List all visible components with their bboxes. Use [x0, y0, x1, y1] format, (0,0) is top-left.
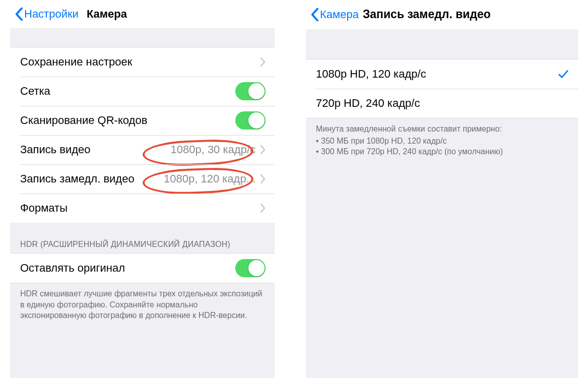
row-label: Запись видео [20, 143, 91, 156]
page-title: Камера [87, 8, 127, 21]
camera-settings-panel: Настройки Камера Сохранение настроек Сет… [10, 0, 275, 378]
row-label: Форматы [20, 202, 68, 215]
back-label: Камера [320, 8, 359, 21]
section-gap [10, 28, 275, 47]
row-label: Сканирование QR-кодов [20, 114, 147, 127]
toggle-qr[interactable] [235, 111, 266, 130]
toggle-keep-original[interactable] [235, 259, 266, 277]
toggle-grid[interactable] [235, 82, 266, 100]
section-gap [306, 29, 578, 59]
settings-list-hdr: Оставлять оригинал [10, 254, 275, 283]
settings-list-1: Сохранение настроек Сетка Сканирование Q… [10, 47, 275, 223]
footer-item: 350 МБ при 1080p HD, 120 кадр/с [316, 136, 568, 147]
row-value: 1080p, 120 кадр... [164, 172, 255, 185]
row-label: Оставлять оригинал [20, 262, 125, 275]
option-720p-240fps[interactable]: 720p HD, 240 кадр/с [306, 89, 578, 118]
section-footer-hdr: HDR смешивает лучшие фрагменты трех отде… [10, 283, 275, 328]
chevron-left-icon [15, 8, 23, 21]
slowmo-options-list: 1080p HD, 120 кадр/с 720p HD, 240 кадр/с [306, 59, 578, 118]
page-title: Запись замедл. видео [363, 8, 491, 21]
row-video-record[interactable]: Запись видео 1080p, 30 кадр/с [10, 135, 275, 164]
navbar-slowmo: Камера Запись замедл. видео [306, 0, 578, 29]
row-label: Сохранение настроек [20, 55, 132, 69]
navbar-camera: Настройки Камера [10, 0, 275, 28]
slowmo-settings-panel: Камера Запись замедл. видео 1080p HD, 12… [306, 0, 578, 378]
back-button-camera[interactable]: Камера [311, 8, 359, 21]
footer-item: 300 МБ при 720p HD, 240 кадр/с (по умолч… [316, 146, 568, 157]
back-label: Настройки [24, 8, 79, 21]
chevron-right-icon [260, 57, 266, 67]
row-qr-scan[interactable]: Сканирование QR-кодов [10, 106, 275, 135]
row-value: 1080p, 30 кадр/с [170, 143, 255, 156]
row-label: Сетка [20, 85, 50, 98]
option-label: 720p HD, 240 кадр/с [316, 97, 420, 110]
checkmark-icon [558, 69, 569, 80]
footer-lead: Минута замедленной съемки составит приме… [316, 123, 568, 135]
option-1080p-120fps[interactable]: 1080p HD, 120 кадр/с [306, 59, 578, 89]
section-header-hdr: HDR (РАСШИРЕННЫЙ ДИНАМИЧЕСКИЙ ДИАПАЗОН) [10, 223, 275, 254]
back-button-settings[interactable]: Настройки [15, 8, 79, 21]
row-slowmo-record[interactable]: Запись замедл. видео 1080p, 120 кадр... [10, 164, 275, 194]
chevron-right-icon [260, 174, 266, 183]
option-label: 1080p HD, 120 кадр/с [316, 68, 426, 81]
row-save-settings[interactable]: Сохранение настроек [10, 47, 275, 77]
section-footer-slowmo: Минута замедленной съемки составит приме… [306, 118, 578, 164]
chevron-right-icon [260, 204, 266, 213]
row-keep-original[interactable]: Оставлять оригинал [10, 254, 275, 283]
chevron-left-icon [311, 8, 319, 21]
row-grid[interactable]: Сетка [10, 77, 275, 106]
chevron-right-icon [260, 145, 266, 154]
row-label: Запись замедл. видео [20, 172, 135, 185]
row-formats[interactable]: Форматы [10, 194, 275, 223]
